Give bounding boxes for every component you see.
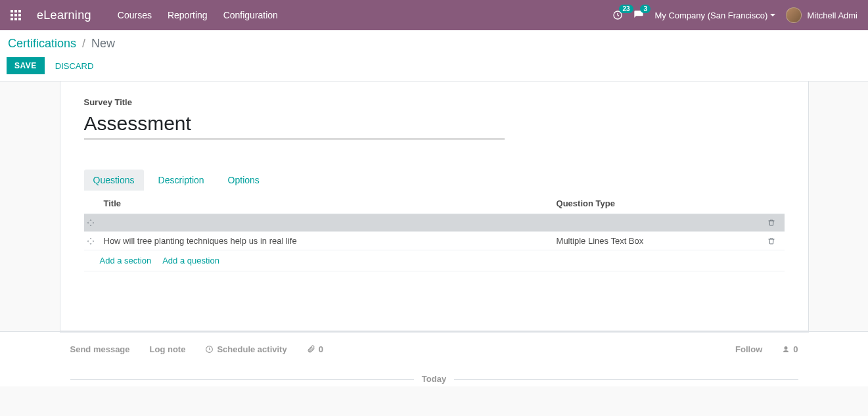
save-button[interactable]: SAVE — [7, 57, 45, 74]
nav-link-reporting[interactable]: Reporting — [168, 10, 208, 20]
svg-rect-4 — [14, 14, 17, 16]
messages-badge: 3 — [640, 5, 651, 13]
svg-rect-3 — [11, 14, 13, 16]
form-sheet: Survey Title Questions Description Optio… — [60, 81, 809, 331]
svg-rect-2 — [18, 10, 21, 12]
svg-rect-1 — [14, 10, 17, 12]
table-row-question[interactable]: How will tree planting techniques help u… — [84, 232, 785, 250]
nav-right: 23 3 My Company (San Francisco) Mitchell… — [612, 7, 857, 23]
table-add-row: Add a section Add a question — [84, 250, 785, 271]
drag-handle-icon[interactable] — [84, 232, 101, 250]
chatter-bar: Send message Log note Schedule activity … — [70, 344, 798, 354]
nav-links: Courses Reporting Configuration — [118, 10, 278, 20]
attachments-count: 0 — [319, 344, 323, 354]
delete-row-icon[interactable] — [765, 214, 785, 232]
breadcrumb-current: New — [91, 37, 115, 50]
breadcrumb-root[interactable]: Certifications — [8, 37, 76, 50]
question-title-cell[interactable]: How will tree planting techniques help u… — [101, 232, 554, 250]
top-navbar: eLearning Courses Reporting Configuratio… — [0, 0, 868, 30]
company-switcher[interactable]: My Company (San Francisco) — [654, 11, 775, 20]
breadcrumb-separator: / — [82, 37, 85, 50]
question-type-cell[interactable]: Multiple Lines Text Box — [554, 232, 765, 250]
tab-options[interactable]: Options — [219, 170, 269, 191]
chatter: Send message Log note Schedule activity … — [60, 332, 809, 386]
nav-link-configuration[interactable]: Configuration — [223, 10, 278, 20]
activity-badge: 23 — [619, 5, 633, 13]
tab-description[interactable]: Description — [149, 170, 214, 191]
nav-link-courses[interactable]: Courses — [118, 10, 152, 20]
chatter-date-label: Today — [414, 374, 454, 384]
svg-rect-0 — [11, 10, 13, 12]
add-section-link[interactable]: Add a section — [100, 256, 152, 266]
messages-icon[interactable]: 3 — [633, 10, 644, 20]
activity-icon[interactable]: 23 — [612, 10, 623, 20]
chatter-date-divider: Today — [70, 374, 798, 384]
company-name: My Company (San Francisco) — [654, 11, 767, 20]
survey-title-label: Survey Title — [84, 97, 785, 107]
schedule-activity-label: Schedule activity — [217, 344, 286, 354]
apps-icon[interactable] — [7, 10, 25, 20]
add-question-link[interactable]: Add a question — [162, 256, 219, 266]
send-message-button[interactable]: Send message — [70, 344, 130, 354]
section-type-cell — [554, 214, 765, 232]
discard-button[interactable]: DISCARD — [55, 61, 94, 71]
form-actions: SAVE DISCARD — [7, 57, 860, 74]
follow-button[interactable]: Follow — [735, 344, 762, 354]
followers-count: 0 — [793, 344, 798, 354]
svg-rect-5 — [18, 14, 21, 16]
log-note-button[interactable]: Log note — [150, 344, 186, 354]
chatter-container: Send message Log note Schedule activity … — [0, 331, 868, 386]
notebook-tabs: Questions Description Options — [84, 170, 785, 191]
user-menu[interactable]: Mitchell Admi — [786, 7, 857, 23]
attachments-button[interactable]: 0 — [307, 344, 323, 354]
form-view: Survey Title Questions Description Optio… — [0, 81, 868, 331]
tab-questions[interactable]: Questions — [84, 170, 144, 191]
user-name: Mitchell Admi — [807, 11, 857, 20]
delete-row-icon[interactable] — [765, 232, 785, 250]
breadcrumb: Certifications / New — [7, 37, 860, 51]
svg-rect-8 — [18, 18, 21, 20]
col-trash — [765, 193, 785, 214]
col-type: Question Type — [554, 193, 765, 214]
survey-title-input[interactable] — [84, 111, 505, 139]
schedule-activity-button[interactable]: Schedule activity — [205, 344, 286, 354]
drag-handle-icon[interactable] — [84, 214, 101, 232]
table-row-section[interactable] — [84, 214, 785, 232]
svg-rect-7 — [14, 18, 17, 20]
col-handle — [84, 193, 101, 214]
followers-button[interactable]: 0 — [782, 344, 798, 354]
section-title-cell[interactable] — [101, 214, 554, 232]
svg-rect-6 — [11, 18, 13, 20]
app-brand[interactable]: eLearning — [37, 9, 91, 22]
avatar — [786, 7, 802, 23]
chevron-down-icon — [770, 14, 775, 16]
questions-table: Title Question Type — [84, 193, 785, 271]
control-panel: Certifications / New SAVE DISCARD — [0, 30, 868, 81]
col-title: Title — [101, 193, 554, 214]
